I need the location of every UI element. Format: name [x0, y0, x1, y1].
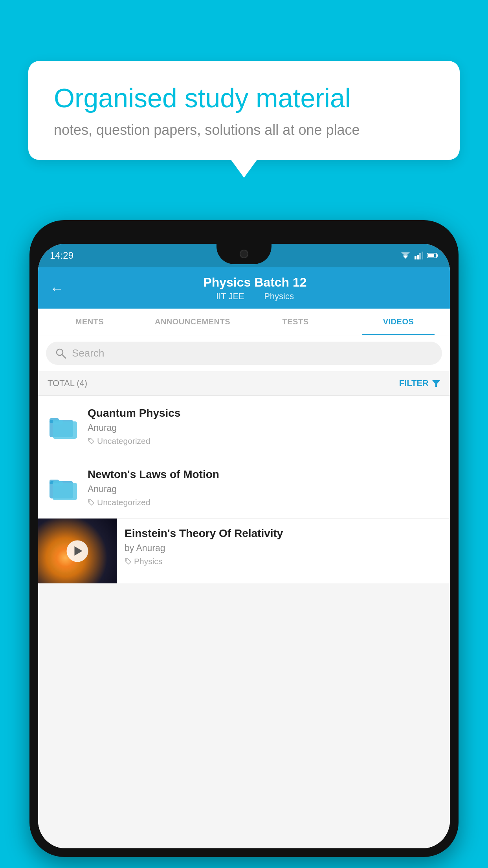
- status-icons: [400, 252, 438, 259]
- wifi-icon: [400, 252, 411, 259]
- phone-frame: 14:29: [29, 220, 459, 857]
- svg-line-10: [62, 355, 66, 358]
- search-bar-container: Search: [38, 335, 450, 371]
- header-subtitle: IIT JEE Physics: [72, 291, 438, 302]
- svg-rect-20: [53, 481, 63, 486]
- filter-button[interactable]: FILTER: [399, 378, 440, 388]
- folder-svg-1: [50, 414, 77, 439]
- svg-marker-11: [432, 380, 440, 387]
- folder-icon-2: [48, 472, 79, 504]
- video-title-2: Newton's Laws of Motion: [88, 468, 440, 481]
- search-placeholder: Search: [72, 347, 104, 359]
- battery-icon: [427, 252, 438, 259]
- total-count: TOTAL (4): [48, 378, 87, 388]
- folder-svg-2: [50, 476, 77, 500]
- folder-icon-1: [48, 411, 79, 442]
- video-item-1[interactable]: Quantum Physics Anurag Uncategorized: [38, 396, 450, 457]
- video-author-2: Anurag: [88, 484, 440, 495]
- filter-icon: [432, 379, 440, 388]
- speech-bubble: Organised study material notes, question…: [28, 61, 460, 160]
- video-title-1: Quantum Physics: [88, 407, 440, 419]
- status-bar: 14:29: [38, 244, 450, 267]
- tab-announcements[interactable]: ANNOUNCEMENTS: [141, 309, 244, 335]
- svg-rect-2: [415, 256, 416, 259]
- video-tag-1: Uncategorized: [88, 436, 440, 446]
- play-button[interactable]: [67, 540, 88, 562]
- subtitle-separator: [253, 291, 258, 301]
- svg-point-21: [89, 500, 90, 502]
- video-author-1: Anurag: [88, 423, 440, 433]
- video-author-3: by Anurag: [125, 543, 442, 554]
- svg-marker-1: [401, 252, 410, 256]
- svg-rect-8: [428, 254, 434, 257]
- header-nav: ← Physics Batch 12 IIT JEE Physics: [50, 275, 438, 309]
- signal-icon: [415, 252, 423, 259]
- play-triangle-icon: [74, 546, 82, 556]
- bubble-subtitle: notes, question papers, solutions all at…: [54, 122, 434, 138]
- tag-icon-1: [88, 438, 95, 445]
- video-tag-2: Uncategorized: [88, 498, 440, 507]
- tab-tests[interactable]: TESTS: [244, 309, 347, 335]
- video-item-2[interactable]: Newton's Laws of Motion Anurag Uncategor…: [38, 457, 450, 519]
- svg-point-22: [126, 559, 127, 561]
- notch: [216, 244, 272, 264]
- svg-rect-3: [417, 255, 419, 259]
- search-bar[interactable]: Search: [46, 342, 442, 365]
- status-time: 14:29: [50, 250, 73, 261]
- app-content: ← Physics Batch 12 IIT JEE Physics MENTS: [38, 267, 450, 848]
- video-item-3[interactable]: Einstein's Theory Of Relativity by Anura…: [38, 519, 450, 583]
- search-icon: [55, 348, 66, 359]
- filter-bar: TOTAL (4) FILTER: [38, 371, 450, 396]
- svg-point-16: [89, 439, 90, 440]
- video-tag-3: Physics: [125, 557, 442, 566]
- video-title-3: Einstein's Theory Of Relativity: [125, 527, 442, 540]
- bubble-title: Organised study material: [54, 83, 434, 113]
- svg-rect-4: [419, 253, 421, 259]
- tag-icon-3: [125, 558, 132, 565]
- svg-rect-15: [53, 420, 63, 425]
- tab-videos[interactable]: VIDEOS: [347, 309, 450, 335]
- phone-screen: 14:29: [38, 244, 450, 848]
- subtitle-physics: Physics: [264, 291, 294, 301]
- video-list: Quantum Physics Anurag Uncategorized: [38, 396, 450, 583]
- app-header: ← Physics Batch 12 IIT JEE Physics: [38, 267, 450, 309]
- subtitle-iitjee: IIT JEE: [216, 291, 244, 301]
- video-info-2: Newton's Laws of Motion Anurag Uncategor…: [88, 468, 440, 507]
- tab-ments[interactable]: MENTS: [38, 309, 141, 335]
- back-button[interactable]: ←: [50, 280, 64, 297]
- svg-rect-7: [437, 254, 438, 257]
- svg-rect-5: [422, 252, 423, 259]
- page-title: Physics Batch 12: [72, 275, 438, 290]
- video-thumbnail-3: [38, 519, 117, 583]
- front-camera: [240, 250, 248, 258]
- tag-icon-2: [88, 499, 95, 506]
- video-info-3: Einstein's Theory Of Relativity by Anura…: [117, 519, 450, 575]
- header-title-area: Physics Batch 12 IIT JEE Physics: [72, 275, 438, 302]
- video-info-1: Quantum Physics Anurag Uncategorized: [88, 407, 440, 446]
- tabs-bar: MENTS ANNOUNCEMENTS TESTS VIDEOS: [38, 309, 450, 335]
